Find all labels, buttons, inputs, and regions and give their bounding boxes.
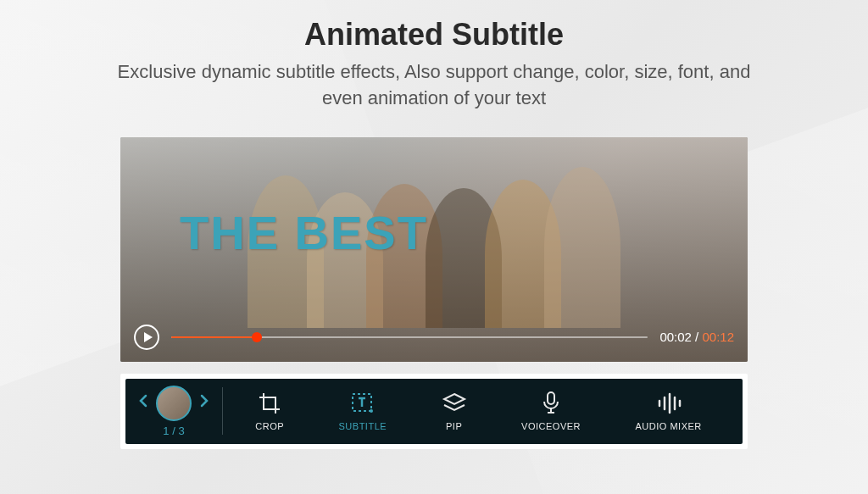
page-subtitle: Exclusive dynamic subtitle effects, Also… — [103, 59, 765, 112]
play-button[interactable] — [134, 325, 159, 350]
tool-subtitle[interactable]: SUBTITLE — [332, 389, 394, 433]
time-display: 00:02 / 00:12 — [659, 330, 734, 344]
tool-label: AUDIO MIXER — [636, 421, 702, 431]
chevron-right-icon — [200, 394, 209, 408]
clip-counter: 1 / 3 — [163, 425, 184, 437]
toolbar: 1 / 3 CROP — [120, 374, 748, 449]
tool-label: SUBTITLE — [339, 421, 387, 431]
tool-voiceover[interactable]: VOICEOVER — [515, 389, 587, 433]
seek-progress — [171, 336, 257, 338]
tool-pip[interactable]: PIP — [435, 389, 474, 433]
svg-point-1 — [370, 409, 373, 413]
animated-subtitle-overlay: THE BEST — [180, 205, 428, 260]
mic-icon — [538, 391, 564, 416]
toolbar-divider — [222, 387, 223, 435]
current-time: 00:02 — [659, 330, 692, 344]
clip-navigator: 1 / 3 — [139, 386, 222, 437]
play-icon — [144, 332, 153, 342]
chevron-left-icon — [139, 394, 147, 408]
total-time: 00:12 — [702, 330, 734, 344]
tool-label: PIP — [446, 421, 462, 431]
tools-row: CROP SUBTITLE — [228, 389, 729, 433]
crop-icon — [257, 391, 282, 416]
subtitle-icon — [350, 391, 376, 416]
tool-crop[interactable]: CROP — [248, 389, 291, 433]
equalizer-icon — [656, 391, 682, 416]
seek-handle[interactable] — [252, 332, 262, 342]
tool-audio-mixer[interactable]: AUDIO MIXER — [629, 389, 709, 433]
clip-thumbnail[interactable] — [156, 386, 192, 421]
seek-bar[interactable] — [171, 336, 648, 338]
page-title: Animated Subtitle — [304, 17, 564, 53]
prev-clip-button[interactable] — [139, 394, 147, 412]
player-controls: 00:02 / 00:12 — [134, 325, 734, 350]
next-clip-button[interactable] — [200, 394, 209, 412]
tool-label: VOICEOVER — [521, 421, 581, 431]
layers-icon — [442, 391, 467, 416]
video-player[interactable]: THE BEST 00:02 / 00:12 — [120, 137, 748, 362]
svg-rect-2 — [548, 392, 554, 404]
tool-label: CROP — [255, 421, 284, 431]
